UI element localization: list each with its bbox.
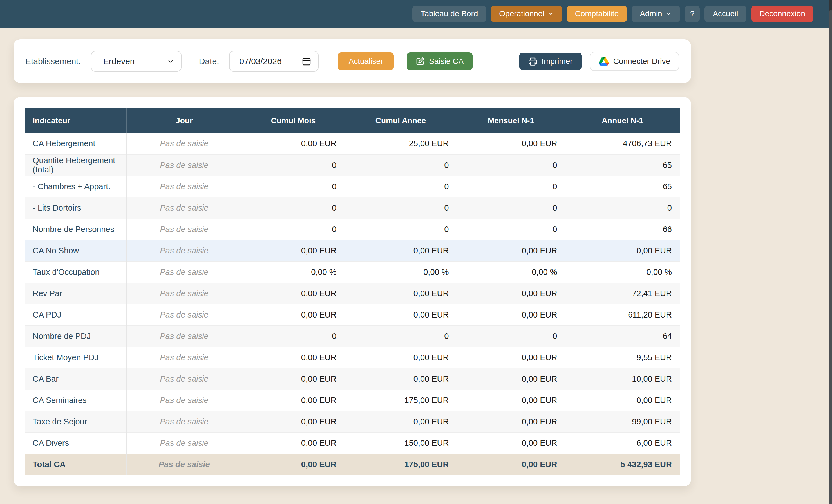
cell-indicateur: Rev Par [25, 283, 126, 304]
cell-cumul-mois: 0 [242, 176, 344, 197]
cell-mensuel-n1: 0,00 % [457, 261, 565, 283]
cell-mensuel-n1: 0 [457, 219, 565, 240]
cell-mensuel-n1: 0,00 EUR [457, 454, 565, 475]
table-row: CA PDJ Pas de saisie 0,00 EUR 0,00 EUR 0… [25, 304, 680, 326]
cell-jour: Pas de saisie [126, 432, 242, 454]
cell-jour: Pas de saisie [126, 283, 242, 304]
edit-icon [416, 57, 425, 66]
cell-annuel-n1: 65 [565, 176, 680, 197]
date-label: Date: [199, 57, 219, 66]
chevron-down-icon [666, 11, 672, 17]
cell-indicateur: CA Hebergement [25, 133, 126, 155]
nav-comptabilite[interactable]: Comptabilite [567, 6, 627, 22]
col-header-cumul-mois: Cumul Mois [242, 108, 344, 133]
cell-jour: Pas de saisie [126, 368, 242, 390]
top-navbar: Tableau de Bord Operationnel Comptabilit… [0, 0, 832, 28]
cell-indicateur: CA Divers [25, 432, 126, 454]
cell-cumul-annee: 150,00 EUR [344, 432, 457, 454]
saisie-ca-label: Saisie CA [429, 57, 464, 66]
cell-mensuel-n1: 0,00 EUR [457, 390, 565, 411]
cell-cumul-mois: 0,00 EUR [242, 133, 344, 155]
table-row: Total CA Pas de saisie 0,00 EUR 175,00 E… [25, 454, 680, 475]
imprimer-label: Imprimer [542, 57, 572, 66]
cell-jour: Pas de saisie [126, 176, 242, 197]
cell-cumul-mois: 0,00 EUR [242, 411, 344, 432]
cell-annuel-n1: 9,55 EUR [565, 347, 680, 368]
cell-cumul-mois: 0,00 EUR [242, 283, 344, 304]
connecter-drive-button[interactable]: Connecter Drive [590, 52, 679, 71]
indicators-table-card: Indicateur Jour Cumul Mois Cumul Annee M… [14, 97, 691, 486]
cell-jour: Pas de saisie [126, 326, 242, 347]
cell-annuel-n1: 64 [565, 326, 680, 347]
saisie-ca-button[interactable]: Saisie CA [407, 52, 473, 70]
table-row: Rev Par Pas de saisie 0,00 EUR 0,00 EUR … [25, 283, 680, 304]
cell-cumul-mois: 0,00 EUR [242, 240, 344, 261]
cell-indicateur: CA PDJ [25, 304, 126, 326]
cell-cumul-mois: 0 [242, 326, 344, 347]
cell-annuel-n1: 0,00 EUR [565, 390, 680, 411]
cell-mensuel-n1: 0,00 EUR [457, 368, 565, 390]
etablissement-select[interactable]: Erdeven [91, 51, 182, 72]
nav-tableau-de-bord-label: Tableau de Bord [420, 9, 478, 18]
nav-tableau-de-bord[interactable]: Tableau de Bord [412, 6, 486, 22]
cell-annuel-n1: 65 [565, 155, 680, 176]
cell-cumul-annee: 0 [344, 326, 457, 347]
calendar-icon[interactable] [302, 57, 311, 66]
table-row: CA Bar Pas de saisie 0,00 EUR 0,00 EUR 0… [25, 368, 680, 390]
cell-mensuel-n1: 0 [457, 197, 565, 219]
cell-cumul-mois: 0,00 EUR [242, 347, 344, 368]
cell-indicateur: - Chambres + Appart. [25, 176, 126, 197]
cell-cumul-mois: 0,00 EUR [242, 368, 344, 390]
nav-admin[interactable]: Admin [632, 6, 680, 22]
cell-jour: Pas de saisie [126, 197, 242, 219]
scrollbar-thumb[interactable] [829, 10, 832, 504]
cell-indicateur: CA No Show [25, 240, 126, 261]
col-header-annuel-n1: Annuel N-1 [565, 108, 680, 133]
cell-mensuel-n1: 0,00 EUR [457, 283, 565, 304]
cell-cumul-annee: 0,00 EUR [344, 304, 457, 326]
date-input[interactable]: 07/03/2026 [229, 51, 319, 72]
nav-accueil-label: Accueil [713, 9, 738, 18]
nav-help[interactable]: ? [685, 6, 700, 22]
etablissement-selected-value: Erdeven [103, 57, 135, 66]
cell-annuel-n1: 611,20 EUR [565, 304, 680, 326]
chevron-down-icon [548, 11, 554, 17]
nav-deconnexion[interactable]: Deconnexion [751, 6, 813, 22]
nav-operationnel[interactable]: Operationnel [491, 6, 562, 22]
cell-annuel-n1: 66 [565, 219, 680, 240]
cell-indicateur: Ticket Moyen PDJ [25, 347, 126, 368]
etablissement-label: Etablissement: [25, 57, 81, 66]
cell-jour: Pas de saisie [126, 219, 242, 240]
table-row: - Chambres + Appart. Pas de saisie 0 0 0… [25, 176, 680, 197]
table-row: Nombre de Personnes Pas de saisie 0 0 0 … [25, 219, 680, 240]
table-row: CA Seminaires Pas de saisie 0,00 EUR 175… [25, 390, 680, 411]
printer-icon [528, 57, 537, 66]
cell-cumul-annee: 0,00 EUR [344, 368, 457, 390]
cell-cumul-mois: 0,00 EUR [242, 304, 344, 326]
nav-deconnexion-label: Deconnexion [759, 9, 805, 18]
cell-annuel-n1: 0 [565, 197, 680, 219]
scrollbar[interactable] [829, 0, 832, 504]
cell-jour: Pas de saisie [126, 390, 242, 411]
cell-annuel-n1: 6,00 EUR [565, 432, 680, 454]
cell-indicateur: Quantite Hebergement (total) [25, 155, 126, 176]
col-header-indicateur: Indicateur [25, 108, 126, 133]
table-row: Taux d'Occupation Pas de saisie 0,00 % 0… [25, 261, 680, 283]
nav-accueil[interactable]: Accueil [704, 6, 746, 22]
cell-annuel-n1: 10,00 EUR [565, 368, 680, 390]
cell-cumul-annee: 0 [344, 197, 457, 219]
table-row: Nombre de PDJ Pas de saisie 0 0 0 64 [25, 326, 680, 347]
imprimer-button[interactable]: Imprimer [519, 53, 581, 70]
date-value: 07/03/2026 [239, 57, 282, 66]
cell-indicateur: Taxe de Sejour [25, 411, 126, 432]
cell-annuel-n1: 99,00 EUR [565, 411, 680, 432]
cell-indicateur: Total CA [25, 454, 126, 475]
cell-cumul-annee: 175,00 EUR [344, 454, 457, 475]
cell-indicateur: Nombre de Personnes [25, 219, 126, 240]
table-row: Ticket Moyen PDJ Pas de saisie 0,00 EUR … [25, 347, 680, 368]
cell-jour: Pas de saisie [126, 261, 242, 283]
cell-jour: Pas de saisie [126, 454, 242, 475]
cell-annuel-n1: 4706,73 EUR [565, 133, 680, 155]
actualiser-button[interactable]: Actualiser [338, 52, 394, 70]
cell-jour: Pas de saisie [126, 155, 242, 176]
